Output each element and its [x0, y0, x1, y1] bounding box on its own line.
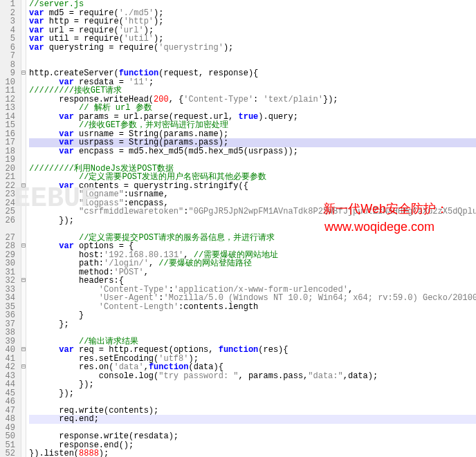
fold-toggle: [21, 9, 26, 18]
line-number: 26: [3, 216, 15, 225]
fold-toggle: [21, 441, 26, 450]
fold-toggle: [21, 311, 26, 320]
line-number: 21: [3, 173, 15, 182]
line-number: 40: [3, 346, 15, 355]
code-line[interactable]: });: [29, 380, 476, 389]
fold-toggle: [21, 449, 26, 457]
code-line[interactable]: 'Content-Length':contents.length: [29, 303, 476, 312]
fold-toggle: [21, 52, 26, 61]
overlay-text-1: 新一代Web安全防护：: [323, 200, 448, 217]
line-number: 23: [3, 190, 15, 199]
code-line[interactable]: });: [29, 389, 476, 398]
line-number: 36: [3, 311, 15, 320]
code-line[interactable]: };: [29, 320, 476, 329]
line-number: 1: [3, 0, 15, 9]
fold-toggle: [21, 424, 26, 433]
line-number: 13: [3, 104, 15, 113]
fold-toggle: [21, 35, 26, 44]
fold-toggle: [21, 372, 26, 381]
fold-toggle: [21, 147, 26, 156]
fold-toggle: [21, 95, 26, 104]
fold-toggle: [21, 337, 26, 346]
fold-toggle: [21, 207, 26, 216]
fold-toggle: [21, 251, 26, 260]
fold-toggle[interactable]: ⊟: [21, 363, 26, 372]
code-line[interactable]: console.log("try password: ", params.pas…: [29, 372, 476, 381]
line-number: 46: [3, 398, 15, 407]
line-number: 38: [3, 328, 15, 337]
line-number: 11: [3, 86, 15, 95]
fold-toggle[interactable]: ⊟: [21, 277, 26, 286]
fold-toggle: [21, 113, 26, 122]
fold-toggle: [21, 138, 26, 147]
fold-toggle: [21, 268, 26, 277]
line-number: 30: [3, 259, 15, 268]
fold-toggle[interactable]: ⊟: [21, 69, 26, 78]
fold-toggle: [21, 294, 26, 303]
fold-toggle[interactable]: ⊟: [21, 182, 26, 191]
fold-toggle: [21, 320, 26, 329]
line-number: 34: [3, 294, 15, 303]
fold-toggle: [21, 44, 26, 53]
fold-toggle: [21, 173, 26, 182]
line-number: 19: [3, 156, 15, 165]
code-line[interactable]: }: [29, 311, 476, 320]
fold-toggle: [21, 190, 26, 199]
fold-toggle: [21, 26, 26, 35]
line-number: [3, 225, 15, 234]
code-line[interactable]: }).listen(8888);: [29, 449, 476, 457]
fold-toggle: [21, 303, 26, 312]
fold-toggle: [21, 234, 26, 243]
fold-toggle: [21, 380, 26, 389]
line-number: 52: [3, 449, 15, 457]
fold-toggle: [21, 389, 26, 398]
code-line[interactable]: var encpass = md5.hex_md5(md5.hex_md5(us…: [29, 147, 476, 156]
fold-toggle: [21, 78, 26, 87]
overlay-text-2: www.woqidege.com: [324, 220, 434, 234]
fold-toggle: [21, 398, 26, 407]
line-number: 25: [3, 207, 15, 216]
line-number: 48: [3, 415, 15, 424]
code-line[interactable]: req.end;: [29, 415, 476, 424]
line-number: 28: [3, 242, 15, 251]
line-number: 7: [3, 52, 15, 61]
line-number: 32: [3, 277, 15, 286]
fold-toggle: [21, 156, 26, 165]
line-number: 17: [3, 138, 15, 147]
fold-toggle: [21, 407, 26, 416]
fold-column[interactable]: ⊟⊟⊟⊟⊟⊟: [21, 0, 26, 457]
fold-toggle: [21, 199, 26, 208]
fold-toggle: [21, 121, 26, 130]
fold-toggle: [21, 286, 26, 295]
line-number: 3: [3, 17, 15, 26]
line-number: 44: [3, 380, 15, 389]
fold-toggle: [21, 104, 26, 113]
fold-toggle: [21, 165, 26, 174]
fold-toggle: [21, 225, 26, 234]
fold-toggle: [21, 86, 26, 95]
line-number: 42: [3, 363, 15, 372]
fold-toggle[interactable]: ⊟: [21, 346, 26, 355]
fold-toggle: [21, 216, 26, 225]
fold-toggle: [21, 355, 26, 364]
line-number: 15: [3, 121, 15, 130]
line-number: 5: [3, 35, 15, 44]
fold-toggle: [21, 0, 26, 9]
fold-toggle: [21, 17, 26, 26]
fold-toggle: [21, 130, 26, 139]
fold-toggle[interactable]: ⊟: [21, 242, 26, 251]
fold-toggle: [21, 61, 26, 70]
fold-toggle: [21, 259, 26, 268]
line-number: 50: [3, 432, 15, 441]
fold-toggle: [21, 328, 26, 337]
line-number-gutter[interactable]: 1234567891011121314151617181920212223242…: [0, 0, 21, 457]
code-line[interactable]: var querystring = require('querystring')…: [29, 44, 476, 53]
line-number: 9: [3, 69, 15, 78]
fold-toggle: [21, 415, 26, 424]
fold-toggle: [21, 432, 26, 441]
code-line[interactable]: [29, 52, 476, 61]
